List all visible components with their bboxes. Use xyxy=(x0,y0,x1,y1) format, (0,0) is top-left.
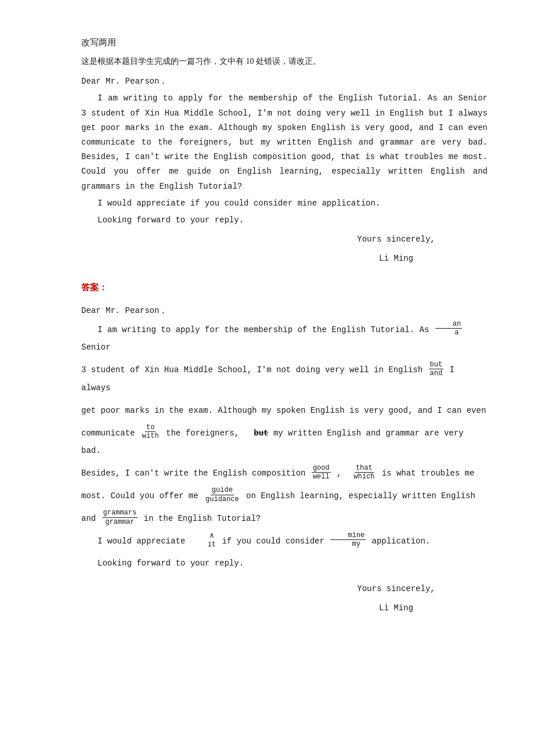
correction-grammars-grammar: grammars grammar xyxy=(102,509,138,526)
original-para-2: I would appreciate if you could consider… xyxy=(81,196,488,211)
original-para-1: I am writing to apply for the membership… xyxy=(81,91,488,193)
original-para-3: Looking forward to your reply. xyxy=(81,213,488,228)
correction-but-strikethrough: but xyxy=(254,429,268,438)
correction-to-with: to with xyxy=(141,423,160,441)
original-letter: Dear Mr. Pearson， I am writing to apply … xyxy=(81,74,488,266)
correction-an-a: an a xyxy=(435,320,462,337)
correction-caret-it: ∧ it xyxy=(192,531,216,549)
correction-guide-guidance: guide guidance xyxy=(204,486,240,503)
section-title: 改写两用 xyxy=(81,35,488,51)
corrected-closing: Yours sincerely, xyxy=(305,582,488,596)
answer-label: 答案： xyxy=(81,280,488,296)
corrected-para-3: Looking forward to your reply. xyxy=(81,555,488,573)
corrected-para-1-line4: communicate to with the foreigners, but … xyxy=(81,424,488,460)
correction-mine-my: mine my xyxy=(330,531,366,549)
corrected-letter: Dear Mr. Pearson， I am writing to apply … xyxy=(81,304,488,615)
corrected-signature: Li Ming xyxy=(305,601,488,615)
correction-good-well: good well xyxy=(312,464,331,481)
original-signature: Li Ming xyxy=(305,251,488,266)
original-closing: Yours sincerely, xyxy=(305,232,488,247)
corrected-para-1-line6: most. Could you offer me guide guidance … xyxy=(81,487,488,505)
corrected-para-1-line7: and grammars grammar in the English Tuto… xyxy=(81,510,488,528)
original-salutation: Dear Mr. Pearson， xyxy=(81,74,488,89)
correction-but-and: but and xyxy=(429,361,444,378)
corrected-para-1-line2: 3 student of Xin Hua Middle School, I'm … xyxy=(81,361,488,397)
subtitle: 这是根据本题目学生完成的一篇习作，文中有 10 处错误，请改正。 xyxy=(81,54,488,69)
corrected-salutation: Dear Mr. Pearson， xyxy=(81,304,488,318)
corrected-para-2: I would appreciate ∧ it if you could con… xyxy=(81,532,488,550)
corrected-para-1-line3: get poor marks in the exam. Although my … xyxy=(81,402,488,420)
corrected-para-1-line5: Besides, I can't write the English compo… xyxy=(81,465,488,483)
corrected-para-1: I am writing to apply for the membership… xyxy=(81,321,488,357)
correction-that-which: that which xyxy=(352,464,376,481)
